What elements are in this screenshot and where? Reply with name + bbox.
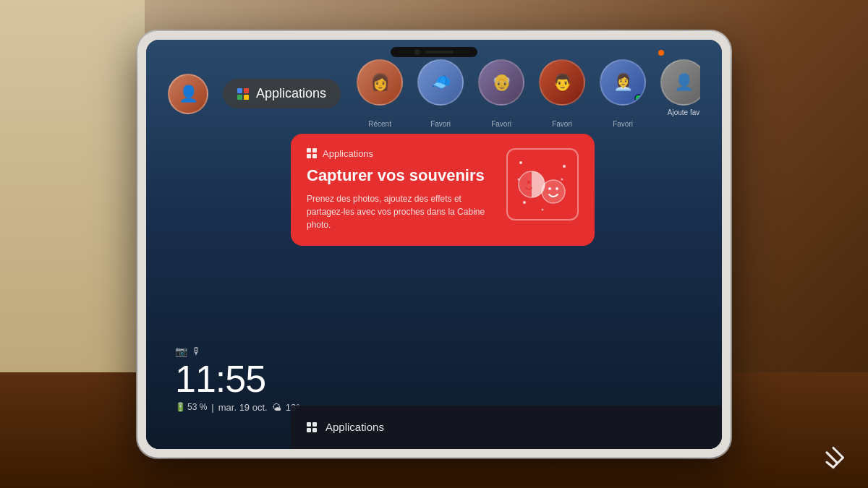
bottom-bar-label: Applications xyxy=(326,421,384,433)
svg-point-7 xyxy=(556,187,558,190)
camera-status-icon: 📷 xyxy=(175,346,187,357)
card-grid-icon xyxy=(307,148,317,158)
contact-avatar-3: 👴 xyxy=(478,59,524,106)
svg-point-9 xyxy=(518,178,520,180)
svg-point-10 xyxy=(542,208,544,210)
google-grid-icon xyxy=(237,88,249,100)
date-separator: | xyxy=(211,402,213,413)
contact-item-add[interactable]: 👤 Ajoute fav xyxy=(659,59,700,116)
bottom-apps-bar[interactable]: Applications xyxy=(291,406,722,449)
bottom-info: 📷 🎙 11:55 🔋 53 % | mar. 19 oct. 🌤 18° xyxy=(175,346,299,413)
contact-item-3[interactable]: 👴 ‎‎‎‎‎ Favori xyxy=(477,59,526,128)
contact-avatar-5: 👩‍💼 xyxy=(600,59,646,106)
applications-button[interactable]: Applications xyxy=(223,79,341,108)
device-screen: 👤 Applications xyxy=(146,40,722,449)
contact-avatar-6: 👤 xyxy=(660,59,700,106)
status-icons: 📷 🎙 xyxy=(175,346,299,357)
contact-avatar-4: 👨 xyxy=(539,59,585,106)
svg-point-1 xyxy=(563,165,566,168)
status-light xyxy=(658,50,664,56)
svg-point-0 xyxy=(519,161,522,164)
svg-point-2 xyxy=(523,201,526,204)
contact-item-5[interactable]: 👩‍💼 ‎‎‎‎‎ Favori xyxy=(598,59,647,128)
clock-display: 11:55 xyxy=(175,360,299,398)
card-apps-label: Applications xyxy=(307,148,495,159)
svg-point-6 xyxy=(548,187,551,190)
contact-label-1: Récent xyxy=(368,120,391,128)
contact-avatar-1: 👩 xyxy=(357,59,403,106)
card-apps-text: Applications xyxy=(323,148,373,159)
date-weather-display: 🔋 53 % | mar. 19 oct. 🌤 18° xyxy=(175,402,299,413)
card-description: Prenez des photos, ajoutez des effets et… xyxy=(307,192,495,231)
contact-item-2[interactable]: 🧢 ‎‎‎‎ Favori xyxy=(416,59,465,128)
contact-item-4[interactable]: 👨 ‎‎‎‎‎ Favori xyxy=(537,59,587,128)
top-nav: 👤 Applications xyxy=(146,65,722,123)
red-card[interactable]: Applications Capturer vos souvenirs Pren… xyxy=(291,134,595,246)
contact-label-3: Favori xyxy=(491,120,511,128)
svg-point-5 xyxy=(542,180,565,203)
mic-bar xyxy=(425,51,454,53)
svg-point-8 xyxy=(561,178,563,180)
contact-label-4: Favori xyxy=(552,120,572,128)
profile-avatar[interactable]: 👤 xyxy=(168,74,208,114)
contact-label-2: Favori xyxy=(430,120,451,128)
bottom-bar-grid-icon xyxy=(307,422,317,432)
card-illustration xyxy=(506,148,579,221)
svg-point-4 xyxy=(527,181,530,184)
card-title: Capturer vos souvenirs xyxy=(307,166,495,185)
weather-icon: 🌤 xyxy=(272,402,281,413)
battery-percent: 53 % xyxy=(187,402,207,412)
mic-status-icon: 🎙 xyxy=(192,346,202,357)
fuchsia-logo xyxy=(820,445,846,474)
device-wrapper: 👤 Applications xyxy=(137,31,731,458)
contact-label-add: Ajoute fav xyxy=(668,108,699,116)
contact-item-recent[interactable]: 👩 ‎‎‎‎‎‎ Récent xyxy=(355,59,404,128)
battery-indicator: 🔋 53 % xyxy=(175,402,207,412)
contacts-row: 👩 ‎‎‎‎‎‎ Récent 🧢 ‎‎‎‎ Favori xyxy=(355,59,700,128)
contact-label-5: Favori xyxy=(613,120,633,128)
date-display: mar. 19 oct. xyxy=(218,402,268,413)
online-indicator xyxy=(634,94,643,103)
device-frame: 👤 Applications xyxy=(137,31,731,458)
camera-dot xyxy=(414,49,420,55)
camera-bar xyxy=(391,47,477,57)
red-card-content: Applications Capturer vos souvenirs Pren… xyxy=(307,148,495,231)
contact-avatar-2: 🧢 xyxy=(417,59,464,106)
applications-button-label: Applications xyxy=(256,86,326,101)
